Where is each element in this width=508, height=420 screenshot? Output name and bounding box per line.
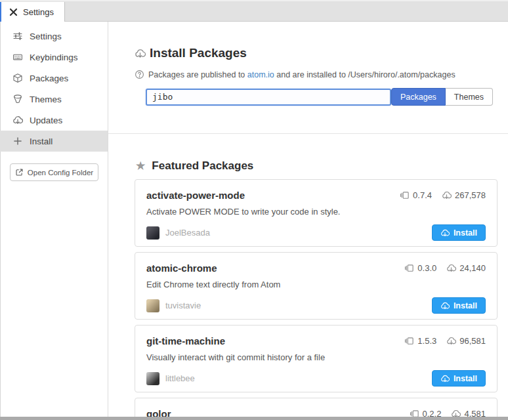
cloud-download-icon: [442, 190, 452, 200]
package-author[interactable]: JoelBesada: [165, 228, 210, 238]
package-downloads: 267,578: [442, 190, 486, 200]
star-icon: ★: [136, 161, 145, 171]
package-author[interactable]: littlebee: [165, 373, 195, 383]
sidebar-item-keybindings[interactable]: Keybindings: [0, 47, 108, 68]
versions-icon: [404, 336, 414, 346]
question-circle-icon: [135, 70, 144, 79]
search-row: Packages Themes: [146, 88, 497, 106]
cloud-download-icon: [440, 228, 450, 238]
install-button[interactable]: Install: [432, 297, 486, 314]
window-bottom-edge: [0, 417, 508, 420]
filter-packages-button[interactable]: Packages: [391, 88, 446, 106]
package-meta: 0.3.0 24,140: [404, 263, 486, 273]
package-name[interactable]: activate-power-mode: [146, 190, 245, 201]
package-card-atomic-chrome: atomic-chrome 0.3.0 24,140: [135, 252, 497, 320]
install-button[interactable]: Install: [432, 370, 486, 387]
cloud-download-icon: [440, 301, 450, 310]
sidebar-item-updates[interactable]: Updates: [0, 110, 108, 131]
featured-packages-heading: ★ Featured Packages: [135, 159, 497, 173]
tab-settings[interactable]: Settings: [0, 2, 65, 22]
sidebar-item-label: Updates: [30, 116, 62, 125]
package-search-input[interactable]: [146, 89, 391, 106]
sidebar-item-label: Settings: [30, 32, 62, 41]
sidebar-item-settings[interactable]: Settings: [0, 26, 108, 47]
filter-button-group: Packages Themes: [391, 88, 493, 106]
open-config-folder-label: Open Config Folder: [28, 169, 93, 177]
settings-sidebar: Settings Keybindings Packages Themes Upd…: [0, 22, 108, 420]
publish-info-line: Packages are published to atom.io and ar…: [135, 70, 497, 79]
avatar[interactable]: [146, 372, 159, 385]
install-packages-panel: Install Packages Packages are published …: [108, 22, 508, 420]
package-description: Activate POWER MODE to write your code i…: [146, 207, 486, 217]
atom-settings-window: Settings Settings Keybindings Packages T…: [0, 0, 508, 420]
external-link-icon: [15, 168, 24, 177]
featured-packages-title: Featured Packages: [152, 159, 253, 173]
open-config-folder-button[interactable]: Open Config Folder: [10, 163, 98, 181]
sidebar-item-packages[interactable]: Packages: [0, 68, 108, 89]
versions-icon: [400, 190, 410, 200]
sidebar-item-label: Keybindings: [30, 52, 78, 62]
sidebar-item-label: Packages: [30, 74, 68, 83]
page-title: Install Packages: [135, 46, 497, 60]
atom-io-link[interactable]: atom.io: [247, 70, 274, 79]
package-downloads: 24,140: [446, 263, 486, 273]
package-description: Visually interact with git commit histor…: [146, 352, 486, 362]
package-version: 0.7.4: [400, 190, 432, 200]
package-version: 0.3.0: [404, 263, 436, 273]
filter-themes-button[interactable]: Themes: [446, 88, 493, 106]
section-divider: [108, 133, 508, 134]
cloud-download-icon: [135, 48, 146, 59]
cloud-download-icon: [12, 115, 23, 125]
package-name[interactable]: git-time-machine: [146, 335, 225, 346]
plus-icon: [12, 136, 23, 146]
package-description: Edit Chrome text directly from Atom: [146, 280, 486, 289]
keyboard-icon: [12, 52, 23, 62]
package-meta: 1.5.3 96,581: [404, 336, 486, 346]
tab-label: Settings: [23, 7, 54, 17]
package-version: 1.5.3: [404, 336, 436, 346]
install-button[interactable]: Install: [432, 224, 486, 241]
package-name[interactable]: atomic-chrome: [146, 262, 217, 274]
package-author[interactable]: tuvistavie: [165, 301, 201, 310]
cloud-download-icon: [446, 263, 456, 273]
tools-icon: [9, 7, 18, 17]
paint-bucket-icon: [12, 94, 23, 104]
sidebar-item-install[interactable]: Install: [0, 131, 108, 152]
window-body: Settings Keybindings Packages Themes Upd…: [0, 22, 508, 420]
cloud-download-icon: [440, 374, 450, 383]
avatar[interactable]: [146, 299, 159, 312]
sidebar-item-themes[interactable]: Themes: [0, 89, 108, 110]
package-icon: [12, 73, 23, 83]
featured-packages-list: activate-power-mode 0.7.4 267,578: [135, 179, 497, 420]
page-title-text: Install Packages: [150, 46, 247, 60]
package-downloads: 96,581: [446, 336, 486, 346]
package-card-activate-power-mode: activate-power-mode 0.7.4 267,578: [135, 179, 497, 247]
sidebar-item-label: Themes: [30, 94, 62, 104]
avatar[interactable]: [146, 226, 159, 240]
sidebar-item-label: Install: [30, 136, 53, 146]
package-meta: 0.7.4 267,578: [400, 190, 486, 200]
sliders-icon: [12, 31, 23, 41]
cloud-download-icon: [446, 336, 456, 346]
tab-bar: Settings: [0, 0, 508, 22]
package-card-git-time-machine: git-time-machine 1.5.3 96,581: [135, 325, 497, 392]
publish-info-text: Packages are published to atom.io and ar…: [148, 70, 455, 79]
versions-icon: [404, 263, 414, 273]
